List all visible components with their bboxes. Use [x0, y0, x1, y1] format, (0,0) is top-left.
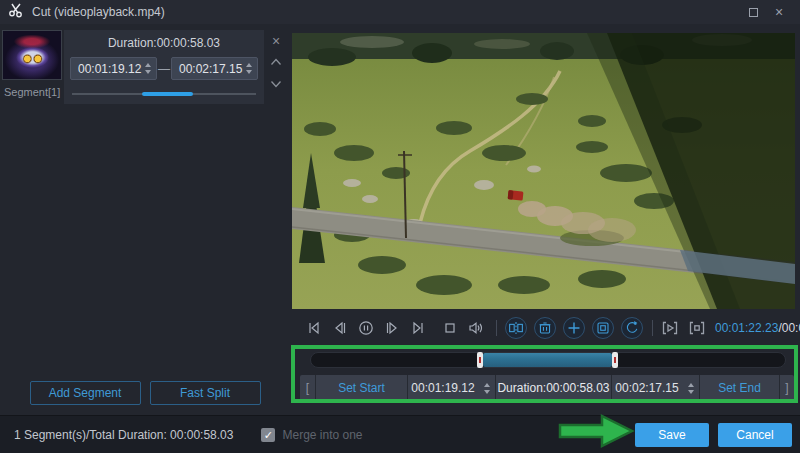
spinner-down-icon[interactable]	[246, 70, 252, 74]
segment-end-spinner[interactable]	[244, 63, 254, 74]
set-start-button[interactable]: Set Start	[315, 375, 407, 401]
spinner-up-icon[interactable]	[145, 63, 151, 67]
spinner-up-icon[interactable]	[484, 383, 490, 387]
remove-segment-button[interactable]: ×	[272, 34, 280, 48]
trim-end-value: 00:02:17.15	[615, 381, 678, 395]
bracket-left: [	[300, 375, 315, 401]
trim-duration-label: Duration:00:00:58.03	[495, 375, 611, 401]
segment-start-spinner[interactable]	[143, 63, 153, 74]
preview-panel: 00:01:22.23/00:03:38.21 [ Set Start 00:0…	[290, 24, 800, 415]
move-up-icon[interactable]	[270, 52, 282, 70]
transport-bar: 00:01:22.23/00:03:38.21	[292, 313, 800, 343]
timeline-selection[interactable]	[483, 353, 612, 367]
spinner-down-icon[interactable]	[688, 390, 694, 394]
step-back-button[interactable]	[332, 320, 348, 336]
step-forward-button[interactable]	[384, 320, 400, 336]
close-icon: ×	[775, 5, 783, 19]
trim-start-field[interactable]: 00:01:19.12	[407, 375, 495, 401]
close-button[interactable]: ×	[766, 2, 792, 22]
handle-tick	[479, 357, 481, 363]
trim-timeline[interactable]	[310, 352, 786, 368]
fast-split-button[interactable]: Fast Split	[150, 381, 261, 405]
title-bar: Cut (videoplayback.mp4) ×	[0, 0, 800, 24]
segment-range-fill	[142, 92, 194, 96]
window-title: Cut (videoplayback.mp4)	[32, 5, 165, 19]
bracket-right: ]	[779, 375, 794, 401]
merge-label: Merge into one	[282, 428, 362, 442]
spinner-down-icon[interactable]	[484, 390, 490, 394]
add-segment-button[interactable]: Add Segment	[30, 381, 141, 405]
spinner-down-icon[interactable]	[145, 70, 151, 74]
skip-start-button[interactable]	[306, 320, 322, 336]
segment-start-field[interactable]: 00:01:19.12	[70, 57, 157, 80]
trim-start-handle[interactable]	[477, 352, 483, 368]
split-button[interactable]	[505, 317, 527, 339]
handle-tick	[614, 357, 616, 363]
segment-card[interactable]: Segment[1] Duration:00:00:58.03 00:01:19…	[0, 24, 290, 104]
maximize-icon	[749, 8, 758, 17]
delete-segment-button[interactable]	[534, 317, 556, 339]
segment-thumbnail[interactable]	[2, 30, 62, 80]
save-button[interactable]: Save	[635, 423, 709, 447]
segments-summary: 1 Segment(s)/Total Duration: 00:00:58.03	[14, 428, 233, 442]
merge-checkbox[interactable]: ✓	[261, 428, 275, 442]
spinner-up-icon[interactable]	[688, 383, 694, 387]
total-time: 00:03:38.21	[782, 321, 800, 335]
trim-end-field[interactable]: 00:02:17.15	[611, 375, 699, 401]
current-time: 00:01:22.23	[715, 321, 778, 335]
stop-button[interactable]	[442, 320, 458, 336]
segment-label: Segment[1]	[2, 86, 64, 98]
segment-range-bar[interactable]	[72, 92, 256, 96]
skip-end-button[interactable]	[410, 320, 426, 336]
divider	[496, 320, 497, 336]
playback-time: 00:01:22.23/00:03:38.21	[715, 321, 800, 335]
segment-end-field[interactable]: 00:02:17.15	[171, 57, 258, 80]
segment-end-value: 00:02:17.15	[179, 62, 244, 76]
pause-button[interactable]	[358, 320, 374, 336]
range-separator: —	[157, 62, 171, 76]
spinner-up-icon[interactable]	[246, 63, 252, 67]
divider	[652, 320, 653, 336]
scissors-icon	[8, 2, 24, 22]
trim-start-value: 00:01:19.12	[411, 381, 474, 395]
segment-duration-label: Duration:00:00:58.03	[70, 36, 258, 50]
play-segment-button[interactable]	[661, 320, 679, 336]
snapshot-button[interactable]	[592, 317, 614, 339]
set-end-button[interactable]: Set End	[699, 375, 779, 401]
footer-bar: 1 Segment(s)/Total Duration: 00:00:58.03…	[0, 415, 800, 453]
add-segment-icon-button[interactable]	[563, 317, 585, 339]
segment-start-value: 00:01:19.12	[78, 62, 143, 76]
cut-dialog-window: Cut (videoplayback.mp4) × Segment[1] Dur…	[0, 0, 800, 453]
volume-button[interactable]	[468, 320, 484, 336]
stop-segment-button[interactable]	[688, 320, 706, 336]
video-preview[interactable]	[292, 33, 795, 309]
cancel-button[interactable]: Cancel	[718, 423, 792, 447]
trim-controls-row: [ Set Start 00:01:19.12 Duration:00:00:5…	[300, 375, 794, 401]
maximize-button[interactable]	[740, 2, 766, 22]
trim-start-spinner[interactable]	[482, 383, 492, 394]
trim-end-spinner[interactable]	[686, 383, 696, 394]
trim-end-handle[interactable]	[612, 352, 618, 368]
reset-button[interactable]	[621, 317, 643, 339]
segment-list-panel: Segment[1] Duration:00:00:58.03 00:01:19…	[0, 24, 290, 415]
move-down-icon[interactable]	[270, 74, 282, 92]
